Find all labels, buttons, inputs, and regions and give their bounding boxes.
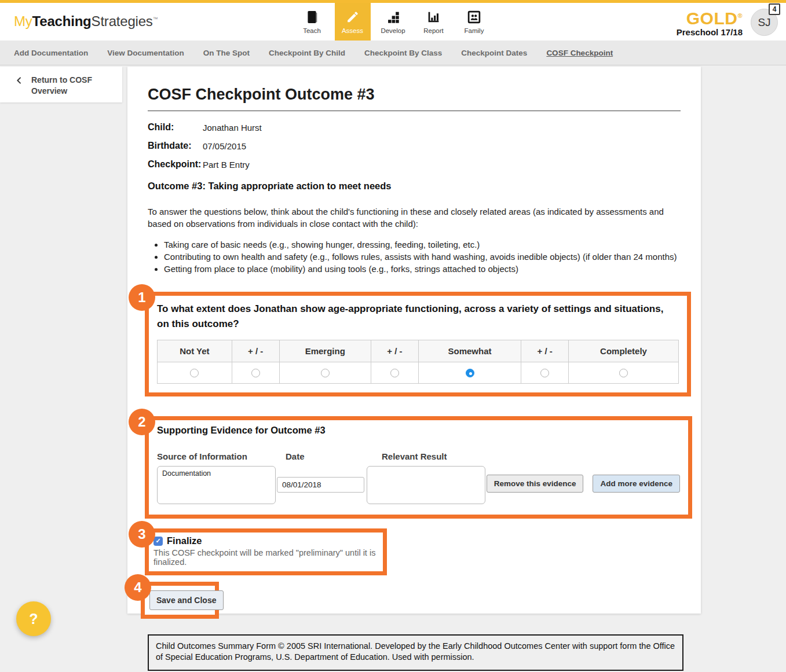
- tab-add-documentation[interactable]: Add Documentation: [14, 49, 88, 57]
- gold-product-block: GOLD® Preschool 17/18: [677, 8, 743, 37]
- notification-badge[interactable]: 4: [769, 3, 780, 15]
- logo-teaching: Teaching: [32, 13, 92, 29]
- radio-plus-minus-3[interactable]: [540, 369, 549, 377]
- radio-somewhat-selected[interactable]: [466, 369, 474, 377]
- back-link-label: Return to COSF Overview: [31, 75, 116, 102]
- return-to-cosf-overview-link[interactable]: Return to COSF Overview: [0, 67, 122, 102]
- remove-evidence-button[interactable]: Remove this evidence: [487, 475, 584, 493]
- rating-option-plus-minus: + / -: [371, 340, 418, 362]
- rating-question-text: To what extent does Jonathan show age-ap…: [149, 296, 682, 334]
- rating-cell-plus-minus-3[interactable]: [521, 362, 569, 384]
- rating-question-section: 1 To what extent does Jonathan show age-…: [145, 292, 691, 396]
- date-label: Date: [286, 451, 382, 461]
- nav-assess[interactable]: Assess: [335, 3, 371, 41]
- tab-checkpoint-dates[interactable]: Checkpoint Dates: [461, 49, 527, 57]
- intro-bullet-list: Taking care of basic needs (e.g., showin…: [164, 238, 681, 275]
- supporting-evidence-section: 2 Supporting Evidence for Outcome #3 Sou…: [145, 416, 692, 519]
- content-area: Return to COSF Overview COSF Checkpoint …: [0, 65, 786, 672]
- intro-text: To answer the questions below, think abo…: [148, 205, 672, 230]
- nav-report[interactable]: Report: [416, 3, 452, 41]
- rating-option-somewhat: Somewhat: [418, 340, 521, 362]
- relevant-result-label: Relevant Result: [382, 451, 447, 461]
- info-row-child: Child: Jonathan Hurst: [148, 122, 681, 133]
- rating-option-plus-minus: + / -: [232, 340, 279, 362]
- logo-strategies: Strategies: [92, 13, 153, 29]
- nav-family-label: Family: [465, 27, 484, 34]
- radio-completely[interactable]: [619, 369, 628, 377]
- logo-trademark: ™: [153, 16, 158, 22]
- nav-teach[interactable]: Teach: [294, 3, 330, 41]
- help-button[interactable]: ?: [16, 601, 51, 636]
- logo-my: My: [14, 13, 32, 29]
- rating-cell-not-yet[interactable]: [158, 362, 232, 384]
- bullet-item: Taking care of basic needs (e.g., showin…: [164, 238, 681, 251]
- nav-teach-label: Teach: [303, 27, 321, 34]
- birthdate-label: Birthdate:: [148, 141, 203, 151]
- info-row-birthdate: Birthdate: 07/05/2015: [148, 141, 681, 151]
- rating-cell-plus-minus-1[interactable]: [232, 362, 279, 384]
- checkpoint-label: Checkpoint:: [148, 159, 203, 170]
- rating-option-not-yet: Not Yet: [158, 340, 232, 362]
- chevron-left-icon: [14, 76, 24, 102]
- avatar-initials: SJ: [758, 16, 770, 29]
- rating-table: Not Yet + / - Emerging + / - Somewhat + …: [157, 340, 679, 384]
- primary-nav: Teach Assess Develop Report Family: [292, 3, 495, 41]
- header-right: GOLD® Preschool 17/18 SJ 4: [677, 8, 778, 37]
- nav-develop[interactable]: Develop: [375, 3, 411, 41]
- user-avatar[interactable]: SJ 4: [751, 9, 778, 36]
- finalize-section: 3 Finalize This COSF checkpoint will be …: [145, 528, 387, 575]
- app-logo[interactable]: MyTeachingStrategies™: [14, 13, 158, 30]
- rating-cell-plus-minus-2[interactable]: [371, 362, 418, 384]
- source-of-information-label: Source of Information: [157, 451, 286, 461]
- blocks-stairs-icon: [386, 10, 400, 24]
- radio-plus-minus-2[interactable]: [390, 369, 399, 377]
- radio-emerging[interactable]: [321, 369, 330, 377]
- rating-cell-emerging[interactable]: [279, 362, 371, 384]
- evidence-fields-row: Documentation Remove this evidence Add m…: [157, 466, 680, 506]
- relevant-result-field[interactable]: [367, 466, 485, 504]
- child-value: Jonathan Hurst: [203, 122, 262, 133]
- tab-checkpoint-by-child[interactable]: Checkpoint By Child: [269, 49, 345, 57]
- evidence-field-labels: Source of Information Date Relevant Resu…: [157, 451, 680, 461]
- tab-on-the-spot[interactable]: On The Spot: [203, 49, 250, 57]
- radio-plus-minus-1[interactable]: [251, 369, 260, 377]
- annotation-circle-2: 2: [129, 409, 155, 435]
- add-evidence-button[interactable]: Add more evidence: [593, 475, 680, 493]
- child-info: Child: Jonathan Hurst Birthdate: 07/05/2…: [148, 122, 681, 170]
- radio-not-yet[interactable]: [190, 369, 199, 377]
- child-label: Child:: [148, 122, 203, 133]
- annotation-circle-3: 3: [129, 521, 155, 548]
- finalize-note: This COSF checkpoint will be marked "pre…: [153, 548, 377, 567]
- tab-checkpoint-by-class[interactable]: Checkpoint By Class: [364, 49, 442, 57]
- secondary-nav: Add Documentation View Documentation On …: [0, 41, 786, 65]
- finalize-label: Finalize: [167, 535, 202, 546]
- gold-registered-mark: ®: [737, 12, 743, 19]
- rating-cell-completely[interactable]: [569, 362, 679, 384]
- bullet-item: Getting from place to place (mobility) a…: [164, 263, 681, 275]
- annotation-circle-4: 4: [125, 574, 151, 601]
- family-icon: [467, 10, 481, 24]
- source-of-information-field[interactable]: Documentation: [157, 466, 276, 504]
- checkpoint-value: Part B Entry: [203, 159, 250, 170]
- nav-assess-label: Assess: [342, 27, 363, 34]
- rating-radio-row: [158, 362, 679, 384]
- date-field[interactable]: [277, 477, 364, 493]
- finalize-checkbox-checked[interactable]: [153, 537, 163, 546]
- rating-cell-somewhat[interactable]: [418, 362, 521, 384]
- nav-develop-label: Develop: [381, 27, 405, 34]
- rating-option-completely: Completely: [569, 340, 679, 362]
- tab-cosf-checkpoint[interactable]: COSF Checkpoint: [546, 49, 613, 57]
- pencil-icon: [345, 10, 360, 24]
- copyright-notice: Child Outcomes Summary Form © 2005 SRI I…: [148, 634, 683, 671]
- rating-header-row: Not Yet + / - Emerging + / - Somewhat + …: [158, 340, 679, 362]
- app-header: MyTeachingStrategies™ Teach Assess Devel…: [0, 3, 786, 41]
- save-and-close-button[interactable]: Save and Close: [149, 590, 224, 610]
- nav-family[interactable]: Family: [456, 3, 492, 41]
- title-divider: [148, 111, 681, 111]
- book-icon: [305, 10, 319, 24]
- save-section: 4 Save and Close: [141, 582, 219, 619]
- birthdate-value: 07/05/2015: [203, 141, 246, 151]
- tab-view-documentation[interactable]: View Documentation: [107, 49, 184, 57]
- bullet-item: Contributing to own health and safety (e…: [164, 251, 681, 263]
- info-row-checkpoint: Checkpoint: Part B Entry: [148, 159, 681, 170]
